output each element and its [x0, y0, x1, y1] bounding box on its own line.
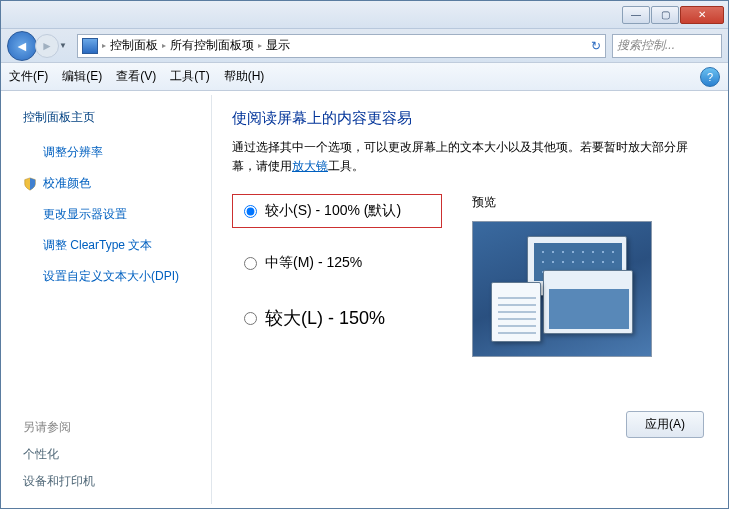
maximize-button[interactable]: ▢ — [651, 6, 679, 24]
menu-view[interactable]: 查看(V) — [116, 68, 156, 85]
magnifier-link[interactable]: 放大镜 — [292, 159, 328, 173]
history-dropdown[interactable]: ▼ — [59, 41, 71, 50]
menu-edit[interactable]: 编辑(E) — [62, 68, 102, 85]
size-options: 较小(S) - 100% (默认) 中等(M) - 125% 较大(L) - 1… — [232, 194, 442, 357]
forward-button: ► — [35, 34, 59, 58]
sidebar-link-display-settings[interactable]: 更改显示器设置 — [23, 206, 199, 223]
option-small[interactable]: 较小(S) - 100% (默认) — [232, 194, 442, 228]
option-large[interactable]: 较大(L) - 150% — [232, 298, 442, 338]
page-title: 使阅读屏幕上的内容更容易 — [232, 109, 708, 128]
menubar: 文件(F) 编辑(E) 查看(V) 工具(T) 帮助(H) ? — [1, 63, 728, 91]
chevron-right-icon: ▸ — [162, 41, 166, 50]
chevron-right-icon: ▸ — [102, 41, 106, 50]
sidebar-link-dpi[interactable]: 设置自定义文本大小(DPI) — [23, 268, 199, 285]
chevron-right-icon: ▸ — [258, 41, 262, 50]
breadcrumb-item[interactable]: 所有控制面板项 — [170, 37, 254, 54]
control-panel-home-link[interactable]: 控制面板主页 — [23, 109, 199, 126]
help-icon[interactable]: ? — [700, 67, 720, 87]
refresh-icon[interactable]: ↻ — [591, 39, 601, 53]
sidebar-link-resolution[interactable]: 调整分辨率 — [23, 144, 199, 161]
preview-label: 预览 — [472, 194, 708, 211]
navbar: ◄ ► ▼ ▸ 控制面板 ▸ 所有控制面板项 ▸ 显示 ↻ 搜索控制... — [1, 29, 728, 63]
option-medium[interactable]: 中等(M) - 125% — [232, 246, 442, 280]
sidebar-link-cleartype[interactable]: 调整 ClearType 文本 — [23, 237, 199, 254]
menu-file[interactable]: 文件(F) — [9, 68, 48, 85]
menu-tools[interactable]: 工具(T) — [170, 68, 209, 85]
sidebar-link-calibrate[interactable]: 校准颜色 — [23, 175, 199, 192]
close-button[interactable]: ✕ — [680, 6, 724, 24]
search-input[interactable]: 搜索控制... — [612, 34, 722, 58]
radio-medium[interactable] — [244, 257, 257, 270]
breadcrumb-item[interactable]: 控制面板 — [110, 37, 158, 54]
preview-image — [472, 221, 652, 357]
see-also-heading: 另请参阅 — [23, 419, 199, 436]
sidebar: 控制面板主页 调整分辨率 校准颜色 更改显示器设置 调整 ClearType 文… — [1, 91, 211, 508]
apply-button[interactable]: 应用(A) — [626, 411, 704, 438]
control-panel-icon — [82, 38, 98, 54]
radio-small[interactable] — [244, 205, 257, 218]
breadcrumb-item[interactable]: 显示 — [266, 37, 290, 54]
shield-icon — [23, 177, 37, 191]
address-bar[interactable]: ▸ 控制面板 ▸ 所有控制面板项 ▸ 显示 ↻ — [77, 34, 606, 58]
page-description: 通过选择其中一个选项，可以更改屏幕上的文本大小以及其他项。若要暂时放大部分屏幕，… — [232, 138, 708, 176]
see-also-personalization[interactable]: 个性化 — [23, 446, 199, 463]
back-button[interactable]: ◄ — [7, 31, 37, 61]
radio-large[interactable] — [244, 312, 257, 325]
see-also-devices[interactable]: 设备和打印机 — [23, 473, 199, 490]
titlebar: — ▢ ✕ — [1, 1, 728, 29]
minimize-button[interactable]: — — [622, 6, 650, 24]
menu-help[interactable]: 帮助(H) — [224, 68, 265, 85]
main-content: 使阅读屏幕上的内容更容易 通过选择其中一个选项，可以更改屏幕上的文本大小以及其他… — [212, 91, 728, 508]
